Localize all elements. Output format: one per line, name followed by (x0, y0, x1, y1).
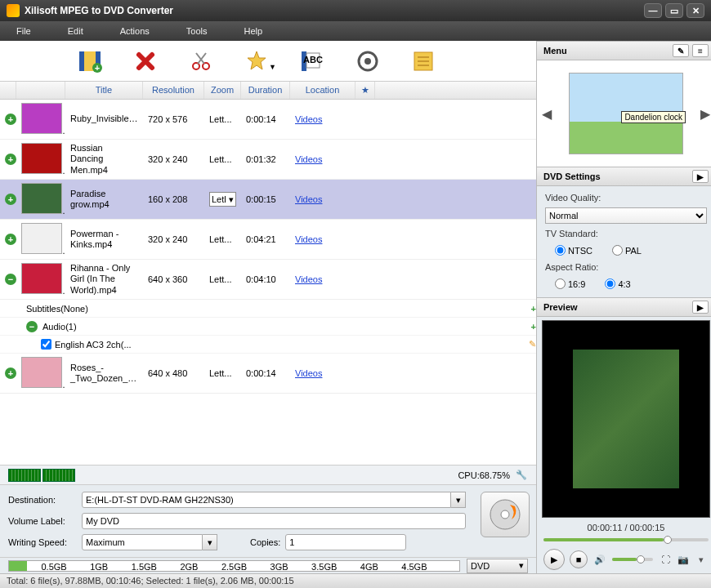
svg-point-17 (501, 510, 509, 519)
file-row[interactable]: + Russian Dancing Men.mp4 320 x 240 Lett… (0, 140, 536, 180)
dvd-settings-title: DVD Settings (543, 172, 601, 181)
disc-size-ruler: 0.5GB1GB1.5GB2GB2.5GB3GB3.5GB4GB4.5GB (8, 560, 460, 572)
disc-type-select[interactable]: DVD▾ (467, 559, 528, 573)
file-zoom: Lett... (204, 151, 241, 167)
play-button[interactable]: ▶ (543, 549, 565, 570)
menu-template-thumb[interactable]: Dandelion clock (569, 73, 683, 154)
volume-icon[interactable]: 🔊 (592, 553, 607, 566)
file-location-link[interactable]: Videos (295, 368, 322, 378)
expand-icon[interactable]: + (5, 154, 16, 165)
cpu-label: CPU:68.75% (458, 470, 510, 480)
menu-tools[interactable]: Tools (186, 26, 208, 36)
video-quality-select[interactable]: Normal (545, 207, 707, 224)
add-subtitle-icon[interactable]: + (531, 304, 536, 314)
preview-expand-button[interactable]: ▶ (692, 301, 709, 314)
file-row[interactable]: + Paradise grow.mp4 160 x 208 Letl▾ 0:00… (0, 180, 536, 220)
ruler-mark: 0.5GB (42, 562, 67, 572)
file-location-link[interactable]: Videos (295, 154, 322, 164)
delete-button[interactable] (129, 47, 162, 76)
file-row[interactable]: + Roses_-_Two_Dozen_Lo... 640 x 480 Lett… (0, 354, 536, 394)
preview-time: 00:00:11 / 00:00:15 (537, 521, 711, 534)
svg-rect-0 (79, 51, 84, 71)
volume-label-input[interactable] (82, 513, 466, 529)
writing-speed-select[interactable] (82, 534, 203, 550)
header-duration[interactable]: Duration (241, 82, 290, 99)
dvd-settings-expand-button[interactable]: ▶ (692, 170, 709, 183)
file-zoom: Lett... (204, 111, 241, 127)
menu-file[interactable]: File (16, 26, 31, 36)
pal-radio[interactable]: PAL (612, 245, 642, 256)
audio-label: Audio(1) (42, 322, 343, 332)
edit-menu-button[interactable]: ✎ (673, 44, 689, 57)
file-thumbnail (21, 183, 62, 214)
collapse-icon[interactable]: − (5, 274, 16, 285)
header-title[interactable]: Title (65, 82, 143, 99)
header-location[interactable]: Location (290, 82, 356, 99)
next-template-button[interactable]: ▶ (700, 106, 710, 122)
file-location-link[interactable]: Videos (295, 114, 322, 124)
snapshot-dropdown[interactable]: ▾ (694, 553, 709, 566)
add-audio-icon[interactable]: + (531, 322, 536, 332)
effects-button[interactable]: ▼ (240, 47, 273, 76)
file-thumbnail (21, 143, 62, 174)
copies-label: Copies: (250, 537, 280, 547)
file-title: Rihanna - Only Girl (In The World).mp4 (65, 260, 143, 299)
header-zoom[interactable]: Zoom (204, 82, 241, 99)
file-row[interactable]: + Powerman - Kinks.mp4 320 x 240 Lett...… (0, 220, 536, 260)
aspect-43-radio[interactable]: 4:3 (605, 278, 630, 289)
zoom-select[interactable]: Letl▾ (209, 192, 236, 207)
dvd-settings-header: DVD Settings ▶ (537, 167, 711, 186)
size-ruler: 0.5GB1GB1.5GB2GB2.5GB3GB3.5GB4GB4.5GB DV… (0, 557, 536, 573)
menu-help[interactable]: Help (244, 26, 262, 36)
fullscreen-icon[interactable]: ⛶ (658, 553, 673, 566)
file-resolution: 320 x 240 (143, 231, 204, 247)
file-location-link[interactable]: Videos (295, 194, 322, 204)
ntsc-radio[interactable]: NTSC (555, 245, 592, 256)
start-burn-button[interactable] (481, 492, 530, 537)
burn-button[interactable] (351, 47, 384, 76)
expand-icon[interactable]: + (5, 194, 16, 205)
file-location-link[interactable]: Videos (295, 234, 322, 244)
volume-label-text: Volume Label: (8, 516, 82, 526)
minimize-button[interactable]: — (644, 3, 662, 18)
cpu-graph-icon (42, 469, 75, 482)
ruler-mark: 3.5GB (311, 562, 337, 572)
list-button[interactable] (407, 47, 440, 76)
add-file-button[interactable]: + (74, 47, 106, 76)
aspect-169-radio[interactable]: 16:9 (555, 278, 585, 289)
preview-title: Preview (543, 302, 578, 312)
header-resolution[interactable]: Resolution (143, 82, 204, 99)
writing-speed-dropdown[interactable]: ▾ (203, 534, 217, 550)
file-title: Paradise grow.mp4 (65, 185, 143, 213)
file-thumbnail (21, 357, 62, 388)
volume-slider[interactable] (612, 555, 653, 564)
expand-icon[interactable]: + (5, 234, 16, 245)
file-row[interactable]: − Rihanna - Only Girl (In The World).mp4… (0, 260, 536, 300)
cpu-graph-icon (8, 469, 41, 482)
menu-list-button[interactable]: ≡ (692, 44, 709, 57)
close-button[interactable]: ✕ (686, 3, 704, 18)
header-star[interactable]: ★ (356, 82, 375, 99)
cut-button[interactable] (185, 47, 217, 76)
expand-icon[interactable]: + (5, 114, 16, 125)
audio-track-checkbox[interactable] (41, 339, 51, 350)
menu-actions[interactable]: Actions (120, 26, 150, 36)
subtitle-button[interactable]: ABC (296, 47, 329, 76)
copies-input[interactable] (285, 534, 406, 550)
destination-dropdown[interactable]: ▾ (451, 492, 466, 508)
menu-edit[interactable]: Edit (68, 26, 83, 36)
edit-audio-icon[interactable]: ✎ (529, 339, 536, 350)
destination-input[interactable] (82, 492, 451, 508)
seek-slider[interactable] (543, 536, 709, 544)
stop-button[interactable]: ■ (570, 550, 588, 568)
maximize-button[interactable]: ▭ (665, 3, 683, 18)
prev-template-button[interactable]: ◀ (542, 106, 552, 122)
file-row[interactable]: + Ruby_Invisible_... 720 x 576 Lett... 0… (0, 100, 536, 140)
file-location-link[interactable]: Videos (295, 274, 322, 284)
snapshot-icon[interactable]: 📷 (676, 553, 691, 566)
ruler-mark: 2GB (180, 562, 198, 572)
collapse-icon[interactable]: − (26, 321, 38, 332)
svg-text:ABC: ABC (303, 55, 323, 65)
expand-icon[interactable]: + (5, 368, 16, 379)
settings-icon[interactable]: 🔧 (515, 469, 528, 482)
